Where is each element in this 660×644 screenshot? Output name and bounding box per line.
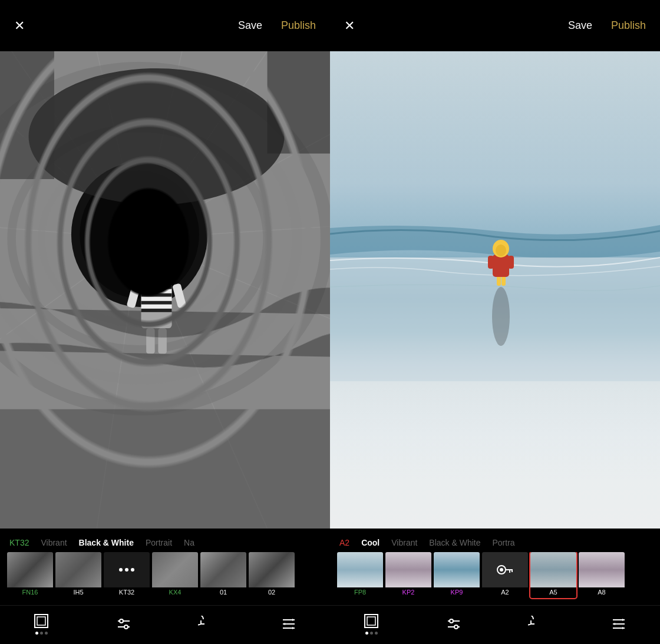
filter-thumb-fp8-label: FP8: [337, 589, 383, 596]
svg-point-39: [124, 625, 128, 629]
svg-rect-31: [127, 283, 141, 308]
left-category-kt32[interactable]: KT32: [9, 538, 29, 547]
left-bottom-area: KT32 Vibrant Black & White Portrait Na F…: [0, 529, 330, 644]
svg-rect-29: [146, 328, 154, 354]
filter-thumb-01[interactable]: 01: [200, 552, 246, 598]
filter-thumb-02-label: 02: [249, 589, 295, 596]
svg-rect-22: [141, 282, 172, 329]
right-history-tool[interactable]: [528, 616, 544, 632]
right-category-bw[interactable]: Black & White: [429, 538, 480, 547]
right-category-portrait[interactable]: Portra: [492, 538, 514, 547]
filter-thumb-kp2-label: KP2: [385, 589, 431, 596]
filter-thumb-kt32[interactable]: KT32: [104, 552, 150, 598]
svg-point-58: [500, 568, 503, 572]
right-filter-tool[interactable]: [610, 616, 627, 632]
right-publish-button[interactable]: Publish: [611, 19, 646, 32]
svg-line-4: [140, 51, 182, 239]
filter-thumb-a2[interactable]: A2: [482, 552, 528, 598]
svg-rect-35: [37, 617, 45, 625]
filter-thumb-fn16-label: FN16: [7, 589, 53, 596]
svg-rect-32: [172, 283, 186, 308]
left-history-tool[interactable]: [198, 616, 214, 632]
svg-line-2: [12, 51, 140, 239]
svg-rect-26: [141, 309, 172, 312]
filter-thumb-a8[interactable]: A8: [579, 552, 625, 598]
left-close-button[interactable]: ✕: [14, 19, 25, 32]
svg-rect-30: [158, 328, 166, 354]
right-category-a2[interactable]: A2: [339, 538, 349, 547]
svg-rect-53: [488, 256, 494, 269]
svg-rect-23: [141, 286, 172, 289]
svg-marker-71: [622, 619, 625, 621]
svg-line-6: [140, 94, 330, 239]
svg-rect-52: [493, 255, 509, 277]
filter-thumb-ih5-img: [55, 552, 101, 587]
left-adjust-tool[interactable]: [116, 616, 132, 632]
left-tool-bar: [0, 605, 330, 644]
right-category-cool[interactable]: Cool: [361, 538, 380, 547]
right-adjust-tool[interactable]: [446, 616, 462, 632]
filter-thumb-ih5[interactable]: IH5: [55, 552, 101, 598]
svg-rect-21: [268, 51, 330, 154]
filter-thumb-fp8[interactable]: FP8: [337, 552, 383, 598]
filter-thumb-a5[interactable]: A5: [530, 552, 576, 598]
filter-thumb-kt32-icon: [104, 552, 150, 587]
filter-thumb-kt32-label: KT32: [104, 589, 150, 596]
right-filter-categories: A2 Cool Vibrant Black & White Portra: [330, 529, 660, 552]
svg-line-10: [97, 239, 139, 529]
left-filter-tool[interactable]: [280, 616, 297, 632]
filter-thumb-kp2[interactable]: KP2: [385, 552, 431, 598]
left-filter-thumbnails: FN16 IH5 KT32 KX: [0, 552, 330, 605]
filter-thumb-kp9[interactable]: KP9: [434, 552, 480, 598]
svg-line-1: [0, 51, 140, 239]
dot-3: [131, 568, 134, 572]
svg-line-9: [140, 239, 268, 529]
filter-thumb-02[interactable]: 02: [249, 552, 295, 598]
svg-point-19: [29, 68, 285, 204]
svg-point-27: [144, 257, 168, 285]
right-frame-tool[interactable]: [363, 613, 380, 635]
left-category-bw[interactable]: Black & White: [79, 538, 134, 547]
svg-point-49: [492, 287, 510, 346]
filter-thumb-a8-img: [579, 552, 625, 587]
filter-thumb-kx4[interactable]: KX4: [152, 552, 198, 598]
left-filter-categories: KT32 Vibrant Black & White Portrait Na: [0, 529, 330, 552]
svg-point-28: [144, 257, 168, 271]
svg-point-13: [0, 68, 327, 409]
left-category-na[interactable]: Na: [184, 538, 194, 547]
svg-point-16: [41, 154, 237, 324]
svg-point-15: [12, 128, 268, 349]
filter-thumb-02-img: [249, 552, 295, 587]
filter-thumb-fp8-img: [337, 552, 383, 587]
svg-rect-0: [0, 51, 330, 529]
dot-1: [119, 568, 123, 572]
svg-rect-63: [367, 617, 375, 625]
right-save-button[interactable]: Save: [568, 19, 592, 32]
left-category-vibrant[interactable]: Vibrant: [41, 538, 67, 547]
filter-thumb-a8-label: A8: [579, 589, 625, 596]
right-close-button[interactable]: ✕: [344, 19, 355, 32]
filter-thumb-kx4-label: KX4: [152, 589, 198, 596]
left-frame-tool[interactable]: [33, 613, 50, 635]
svg-line-8: [140, 239, 330, 349]
left-publish-button[interactable]: Publish: [281, 19, 316, 32]
svg-line-11: [0, 239, 140, 392]
svg-line-3: [97, 51, 139, 239]
left-category-portrait[interactable]: Portrait: [146, 538, 172, 547]
svg-line-5: [140, 51, 268, 239]
filter-thumb-kp9-img: [434, 552, 480, 587]
svg-marker-44: [283, 623, 285, 625]
svg-line-7: [140, 222, 330, 239]
svg-rect-54: [508, 256, 514, 269]
left-photo-bw: [0, 51, 330, 529]
left-save-button[interactable]: Save: [238, 19, 262, 32]
right-header-actions: Save Publish: [568, 19, 646, 32]
right-category-vibrant[interactable]: Vibrant: [391, 538, 417, 547]
svg-rect-20: [0, 51, 54, 179]
filter-thumb-fn16[interactable]: FN16: [7, 552, 53, 598]
filter-thumb-kp9-label: KP9: [434, 589, 480, 596]
svg-rect-33: [0, 409, 330, 529]
svg-line-12: [0, 222, 140, 239]
left-photo-area: [0, 51, 330, 529]
svg-rect-24: [141, 293, 172, 297]
